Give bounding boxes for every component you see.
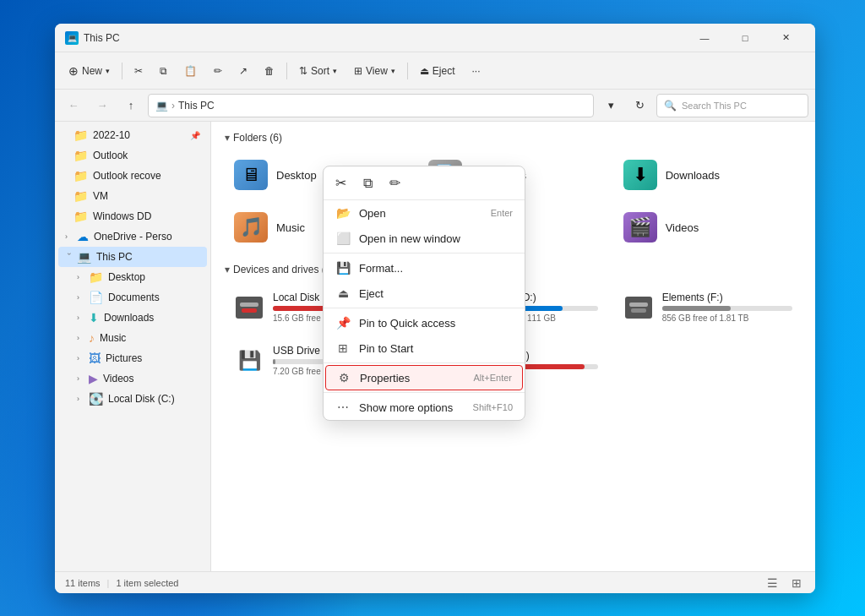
ctx-cut-button[interactable]: ✂ bbox=[332, 172, 350, 194]
ctx-properties-icon: ⚙ bbox=[336, 371, 351, 384]
refresh-button[interactable]: ↻ bbox=[628, 94, 651, 117]
cut-button[interactable]: ✂ bbox=[128, 62, 150, 80]
view-button[interactable]: ⊞ View ▾ bbox=[347, 62, 402, 80]
ctx-properties-item[interactable]: ⚙ Properties Alt+Enter bbox=[325, 365, 523, 390]
window-controls: — □ ✕ bbox=[685, 24, 805, 52]
ctx-open-label: Open bbox=[359, 207, 482, 220]
sidebar-item-this-pc-label: This PC bbox=[96, 251, 133, 263]
nav-forward-button[interactable]: → bbox=[90, 94, 114, 117]
ctx-eject-icon: ⏏ bbox=[335, 286, 351, 300]
sidebar-item-music[interactable]: › ♪ Music bbox=[58, 328, 207, 348]
sidebar-item-videos-label: Videos bbox=[103, 373, 133, 384]
sidebar: 📁 2022-10 📌 📁 Outlook 📁 Outlook recove 📁… bbox=[55, 122, 211, 571]
more-button[interactable]: ··· bbox=[465, 62, 487, 80]
sidebar-item-vm-label: VM bbox=[93, 190, 108, 202]
videos-folder-icon: 🎬 bbox=[623, 212, 657, 243]
elements-f-drive-bar-bg bbox=[662, 306, 792, 311]
drive-tile-elements-f[interactable]: Elements (F:) 856 GB free of 1.81 TB bbox=[614, 284, 802, 330]
ctx-pin-start-item[interactable]: ⊞ Pin to Start bbox=[324, 335, 525, 361]
paste-button[interactable]: 📋 bbox=[177, 62, 204, 80]
close-button[interactable]: ✕ bbox=[766, 24, 805, 52]
ctx-open-new-window-item[interactable]: ⬜ Open in new window bbox=[324, 226, 525, 251]
rename-button[interactable]: ✏ bbox=[207, 62, 229, 80]
toolbar-separator-2 bbox=[286, 63, 287, 79]
sidebar-item-outlook-recove[interactable]: 📁 Outlook recove bbox=[58, 166, 207, 186]
search-icon: 🔍 bbox=[664, 100, 677, 112]
sidebar-item-outlook[interactable]: 📁 Outlook bbox=[58, 145, 207, 166]
status-separator: | bbox=[107, 578, 110, 588]
ctx-show-more-label: Show more options bbox=[359, 401, 465, 414]
ctx-rename-button[interactable]: ✏ bbox=[386, 172, 404, 194]
minimize-button[interactable]: — bbox=[685, 24, 724, 52]
list-view-button[interactable]: ☰ bbox=[764, 575, 781, 591]
drives-section-label: Devices and drives (5) bbox=[233, 264, 334, 275]
sidebar-item-onedrive[interactable]: › ☁ OneDrive - Perso bbox=[58, 226, 207, 247]
ctx-separator-1 bbox=[324, 253, 525, 253]
sidebar-item-pictures[interactable]: › 🖼 Pictures bbox=[58, 348, 207, 368]
ctx-open-new-window-icon: ⬜ bbox=[335, 232, 351, 245]
new-button[interactable]: ⊕ New ▾ bbox=[62, 61, 117, 81]
ctx-pin-quick-access-item[interactable]: 📌 Pin to Quick access bbox=[324, 310, 525, 335]
elements-f-drive-icon bbox=[623, 292, 654, 323]
delete-button[interactable]: 🗑 bbox=[258, 62, 281, 80]
ctx-eject-label: Eject bbox=[359, 287, 504, 300]
sidebar-item-documents[interactable]: › 📄 Documents bbox=[58, 287, 207, 308]
sidebar-item-downloads[interactable]: › ⬇ Downloads bbox=[58, 308, 207, 328]
ctx-eject-item[interactable]: ⏏ Eject bbox=[324, 281, 525, 306]
address-pc-icon: 💻 bbox=[155, 100, 168, 112]
folder-tile-downloads[interactable]: ⬇ Downloads bbox=[614, 152, 802, 198]
window-icon: 💻 bbox=[65, 31, 79, 45]
sidebar-item-vm[interactable]: 📁 VM bbox=[58, 186, 207, 206]
ctx-format-item[interactable]: 💾 Format... bbox=[324, 255, 525, 281]
maximize-button[interactable]: □ bbox=[726, 24, 764, 52]
address-dropdown-button[interactable]: ▾ bbox=[599, 94, 623, 117]
rename-icon: ✏ bbox=[214, 65, 222, 77]
sidebar-item-desktop[interactable]: › 📁 Desktop bbox=[58, 267, 207, 287]
address-path[interactable]: 💻 › This PC bbox=[148, 94, 594, 117]
sidebar-item-this-pc[interactable]: › 💻 This PC bbox=[58, 247, 207, 267]
ctx-pin-quick-access-label: Pin to Quick access bbox=[359, 317, 504, 330]
eject-button[interactable]: ⏏ Eject bbox=[413, 62, 462, 80]
share-button[interactable]: ↗ bbox=[232, 62, 254, 80]
sidebar-item-desktop-label: Desktop bbox=[108, 271, 145, 283]
ctx-open-item[interactable]: 📂 Open Enter bbox=[324, 200, 525, 226]
paste-icon: 📋 bbox=[184, 65, 197, 77]
search-box[interactable]: 🔍 Search This PC bbox=[656, 94, 808, 117]
nav-back-button[interactable]: ← bbox=[62, 94, 85, 117]
more-icon: ··· bbox=[472, 65, 481, 77]
new-icon: ⊕ bbox=[68, 64, 79, 78]
copy-icon: ⧉ bbox=[160, 65, 167, 77]
pin-icon: 📌 bbox=[190, 131, 200, 140]
ctx-copy-button[interactable]: ⧉ bbox=[360, 172, 376, 194]
ctx-show-more-icon: ⋯ bbox=[335, 401, 351, 414]
sort-chevron-icon: ▾ bbox=[333, 67, 337, 75]
downloads-folder-icon: ⬇ bbox=[623, 160, 657, 190]
grid-view-button[interactable]: ⊞ bbox=[788, 575, 805, 591]
ctx-format-icon: 💾 bbox=[335, 261, 351, 275]
status-bar: 11 items | 1 item selected ☰ ⊞ bbox=[55, 571, 815, 593]
sidebar-item-downloads-label: Downloads bbox=[104, 312, 154, 324]
folder-tile-videos[interactable]: 🎬 Videos bbox=[614, 204, 802, 250]
toolbar-separator-1 bbox=[122, 63, 122, 79]
nav-up-button[interactable]: ↑ bbox=[119, 94, 143, 117]
copy-button[interactable]: ⧉ bbox=[153, 62, 174, 80]
new-label: New bbox=[82, 65, 102, 77]
videos-folder-label: Videos bbox=[666, 221, 699, 234]
ctx-open-shortcut: Enter bbox=[491, 208, 513, 218]
this-pc-chevron-icon: › bbox=[65, 253, 73, 261]
ctx-show-more-item[interactable]: ⋯ Show more options Shift+F10 bbox=[324, 395, 525, 420]
sort-button[interactable]: ⇅ Sort ▾ bbox=[292, 62, 344, 80]
local-disk-chevron-icon: › bbox=[77, 395, 85, 403]
sidebar-item-2022-10[interactable]: 📁 2022-10 📌 bbox=[58, 125, 207, 145]
sidebar-item-windows-dd[interactable]: 📁 Windows DD bbox=[58, 206, 207, 226]
downloads-chevron-icon: › bbox=[77, 313, 85, 322]
selected-count: 1 item selected bbox=[116, 578, 178, 588]
sidebar-item-local-disk-c[interactable]: › 💽 Local Disk (C:) bbox=[58, 389, 207, 409]
desktop-chevron-icon: › bbox=[77, 273, 85, 281]
sidebar-item-videos[interactable]: › ▶ Videos bbox=[58, 368, 207, 389]
documents-chevron-icon: › bbox=[77, 293, 85, 302]
usb-icon: 💾 bbox=[238, 350, 261, 372]
sidebar-item-windows-dd-label: Windows DD bbox=[93, 210, 151, 222]
status-view-controls: ☰ ⊞ bbox=[764, 575, 805, 591]
view-label: View bbox=[366, 65, 388, 77]
